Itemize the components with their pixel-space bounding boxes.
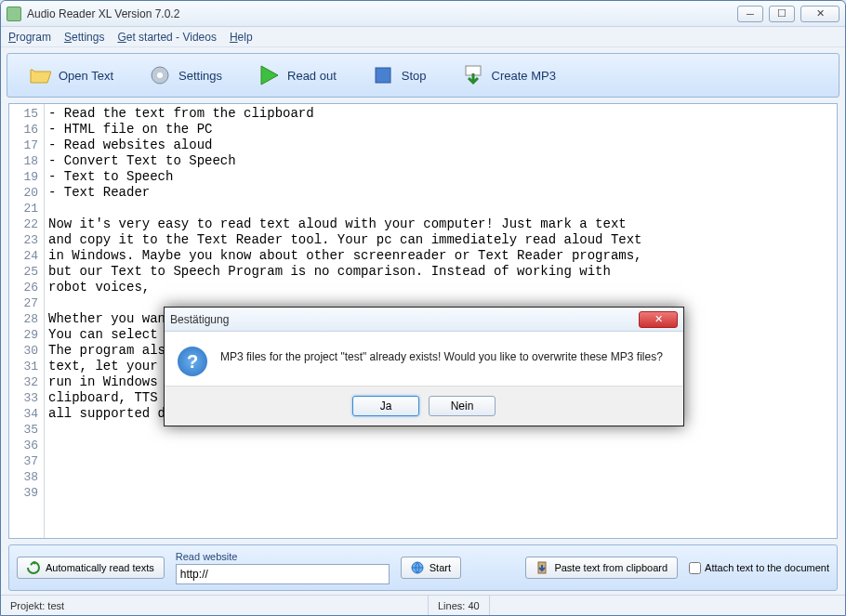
auto-read-button[interactable]: Automatically read texts — [17, 557, 165, 579]
dialog-yes-button[interactable]: Ja — [352, 396, 419, 416]
create-mp3-button[interactable]: Create MP3 — [444, 58, 574, 93]
dialog-title: Bestätigung — [170, 313, 639, 326]
window-controls: ─ ☐ ✕ — [737, 6, 839, 22]
clipboard-paste-icon — [535, 561, 549, 574]
globe-icon — [411, 561, 424, 574]
attach-checkbox[interactable] — [689, 562, 701, 574]
start-button[interactable]: Start — [401, 557, 461, 579]
attach-checkbox-group[interactable]: Attach text to the document — [689, 562, 829, 574]
dialog-body: ? MP3 files for the project "test" alrea… — [165, 332, 683, 386]
menu-help[interactable]: Help — [230, 31, 253, 44]
stop-icon — [372, 64, 394, 86]
menu-getstarted[interactable]: Get started - Videos — [117, 31, 217, 44]
minimize-button[interactable]: ─ — [737, 6, 763, 22]
play-icon — [258, 64, 280, 86]
dialog-buttons: Ja Nein — [165, 386, 683, 426]
close-button[interactable]: ✕ — [800, 6, 839, 22]
read-website-group: Read website — [176, 551, 390, 584]
svg-rect-2 — [376, 68, 390, 83]
open-text-button[interactable]: Open Text — [11, 58, 131, 93]
statusbar: Projekt: test Lines: 40 — [1, 595, 845, 615]
status-lines: Lines: 40 — [429, 596, 490, 615]
gear-icon — [149, 64, 171, 86]
url-input[interactable] — [176, 564, 390, 584]
dialog-message: MP3 files for the project "test" already… — [220, 347, 663, 376]
read-website-label: Read website — [176, 551, 390, 562]
toolbar-container: Open Text Settings Read out Stop — [1, 47, 845, 103]
settings-button[interactable]: Settings — [131, 58, 240, 93]
dialog-titlebar: Bestätigung ✕ — [165, 308, 683, 332]
confirm-dialog: Bestätigung ✕ ? MP3 files for the projec… — [164, 307, 684, 426]
status-project: Projekt: test — [1, 596, 429, 615]
toolbar: Open Text Settings Read out Stop — [7, 53, 839, 98]
line-gutter: 15 16 17 18 19 20 21 22 23 24 25 26 27 2… — [9, 104, 45, 538]
svg-point-1 — [157, 72, 163, 78]
menubar: Program Settings Get started - Videos He… — [1, 27, 845, 47]
read-out-button[interactable]: Read out — [240, 58, 354, 93]
menu-program[interactable]: Program — [8, 31, 51, 44]
dialog-close-button[interactable]: ✕ — [639, 311, 678, 328]
maximize-button[interactable]: ☐ — [769, 6, 795, 22]
titlebar: Audio Reader XL Version 7.0.2 ─ ☐ ✕ — [1, 1, 845, 27]
dialog-no-button[interactable]: Nein — [429, 396, 496, 416]
paste-button[interactable]: Paste text from clipboard — [525, 557, 678, 579]
download-icon — [462, 64, 484, 86]
refresh-icon — [27, 561, 40, 574]
bottom-toolbar: Automatically read texts Read website St… — [8, 544, 838, 591]
app-icon — [7, 7, 21, 21]
menu-settings[interactable]: Settings — [64, 31, 104, 44]
stop-button[interactable]: Stop — [354, 58, 444, 93]
question-icon: ? — [178, 347, 207, 376]
window-title: Audio Reader XL Version 7.0.2 — [27, 7, 737, 20]
folder-open-icon — [29, 64, 51, 86]
